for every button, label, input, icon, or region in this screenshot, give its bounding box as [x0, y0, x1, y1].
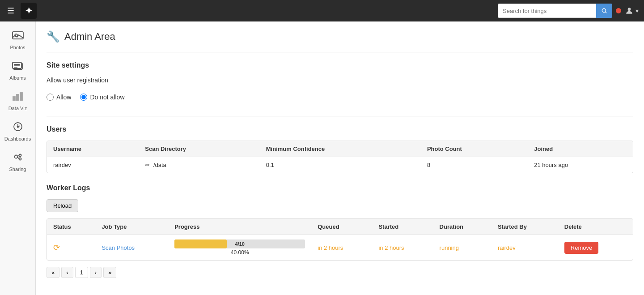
col-status: Status [47, 219, 95, 235]
worker-logs-table-wrapper: Status Job Type Progress Queued Started … [47, 218, 633, 261]
col-min-confidence: Minimum Confidence [260, 141, 421, 157]
col-username: Username [47, 141, 139, 157]
col-started-by: Started By [491, 219, 558, 235]
users-header-row: Username Scan Directory Minimum Confiden… [47, 141, 633, 157]
wrench-icon: 🔧 [47, 30, 60, 43]
svg-point-18 [19, 154, 21, 157]
col-job-type: Job Type [95, 219, 168, 235]
col-photo-count: Photo Count [421, 141, 528, 157]
edit-directory-icon[interactable]: ✏ [145, 162, 150, 168]
job-progress: 4/10 40.00% [168, 235, 311, 261]
svg-point-19 [19, 158, 21, 160]
svg-line-1 [606, 12, 607, 13]
worker-logs-body: ⟳ Scan Photos 4/10 40.00% in 2 hours [47, 235, 633, 261]
job-duration: running [433, 235, 491, 261]
pagination-next-button[interactable]: › [90, 267, 102, 278]
users-section: Users Username Scan Directory Minimum Co… [47, 125, 633, 173]
users-table-head: Username Scan Directory Minimum Confiden… [47, 141, 633, 157]
search-icon [601, 8, 607, 14]
col-scan-directory: Scan Directory [139, 141, 260, 157]
sidebar-item-photos[interactable]: Photos [2, 26, 34, 55]
search-button[interactable] [596, 4, 612, 18]
remove-button[interactable]: Remove [564, 242, 598, 254]
logo-button[interactable]: ✦ [21, 3, 37, 19]
progress-bar-label: 4/10 [235, 241, 244, 247]
search-input[interactable] [498, 4, 596, 18]
svg-rect-12 [20, 93, 22, 100]
progress-percent-text: 40.00% [174, 249, 305, 256]
pagination-last-button[interactable]: » [103, 267, 116, 278]
col-duration: Duration [433, 219, 491, 235]
allow-radio[interactable] [47, 94, 54, 101]
do-not-allow-radio-option[interactable]: Do not allow [80, 94, 124, 101]
worker-logs-table: Status Job Type Progress Queued Started … [47, 219, 633, 260]
navbar-left: ☰ ✦ [5, 3, 37, 19]
job-delete: Remove [558, 235, 633, 261]
table-row: ⟳ Scan Photos 4/10 40.00% in 2 hours [47, 235, 633, 261]
users-table-wrapper: Username Scan Directory Minimum Confiden… [47, 141, 633, 173]
sidebar-item-dashboards[interactable]: Dashboards [2, 117, 34, 146]
main-layout: Photos Albums Data Viz [0, 21, 644, 295]
settings-users-divider [47, 116, 633, 116]
sidebar-item-albums-label: Albums [9, 75, 26, 81]
job-status: ⟳ [47, 235, 95, 261]
col-queued: Queued [311, 219, 372, 235]
sidebar-item-data-viz[interactable]: Data Viz [2, 87, 34, 115]
user-dropdown-arrow: ▾ [636, 7, 639, 14]
site-settings-title: Site settings [47, 61, 633, 69]
sidebar-item-data-viz-label: Data Viz [8, 106, 27, 111]
worker-logs-section: Worker Logs Reload Status Job Type Progr… [47, 184, 633, 278]
col-progress: Progress [168, 219, 311, 235]
header-divider [47, 52, 633, 52]
reload-button[interactable]: Reload [47, 199, 78, 212]
svg-rect-11 [17, 94, 19, 100]
data-viz-icon [12, 91, 24, 104]
sidebar-item-photos-label: Photos [10, 45, 25, 50]
user-username: rairdev [47, 157, 139, 173]
sidebar-item-albums[interactable]: Albums [2, 56, 34, 85]
user-icon [625, 6, 634, 15]
site-settings-section: Site settings Allow user registration Al… [47, 61, 633, 105]
svg-point-17 [14, 155, 17, 158]
pagination-current-page: 1 [75, 267, 88, 278]
sidebar-item-dashboards-label: Dashboards [4, 136, 31, 141]
pagination-prev-button[interactable]: ‹ [61, 267, 73, 278]
logo-icon: ✦ [25, 5, 33, 16]
search-box [498, 4, 612, 18]
allow-registration-label: Allow user registration [47, 77, 633, 84]
page-title: Admin Area [64, 31, 115, 43]
user-scan-directory: ✏ /data [139, 157, 260, 173]
job-type: Scan Photos [95, 235, 168, 261]
pagination-first-button[interactable]: « [47, 267, 59, 278]
job-started: in 2 hours [372, 235, 433, 261]
col-delete: Delete [558, 219, 633, 235]
do-not-allow-radio[interactable] [80, 94, 87, 101]
status-spinning-icon: ⟳ [53, 243, 60, 252]
svg-point-16 [17, 126, 18, 128]
albums-icon [12, 61, 24, 73]
progress-bar-container: 4/10 [174, 239, 305, 248]
col-started: Started [372, 219, 433, 235]
progress-bar-fill [174, 239, 227, 248]
sidebar-item-sharing[interactable]: Sharing [2, 148, 34, 176]
allow-radio-option[interactable]: Allow [47, 94, 71, 101]
worker-logs-head: Status Job Type Progress Queued Started … [47, 219, 633, 235]
status-indicator [616, 8, 621, 13]
navbar: ☰ ✦ ▾ [0, 0, 644, 21]
photos-icon [12, 30, 24, 43]
sharing-icon [12, 152, 24, 165]
user-joined: 21 hours ago [528, 157, 633, 173]
user-photo-count: 8 [421, 157, 528, 173]
users-table: Username Scan Directory Minimum Confiden… [47, 141, 633, 173]
user-menu-button[interactable]: ▾ [625, 6, 639, 15]
job-started-by: rairdev [491, 235, 558, 261]
page-header: 🔧 Admin Area [47, 30, 633, 43]
hamburger-button[interactable]: ☰ [5, 4, 16, 17]
svg-rect-3 [13, 32, 23, 39]
pagination: « ‹ 1 › » [47, 267, 633, 278]
registration-radio-group: Allow Do not allow [47, 89, 633, 105]
table-row: rairdev ✏ /data 0.1 8 21 hours ago [47, 157, 633, 173]
allow-radio-label: Allow [56, 94, 71, 101]
content-area: 🔧 Admin Area Site settings Allow user re… [36, 21, 644, 295]
dashboards-icon [12, 122, 24, 134]
